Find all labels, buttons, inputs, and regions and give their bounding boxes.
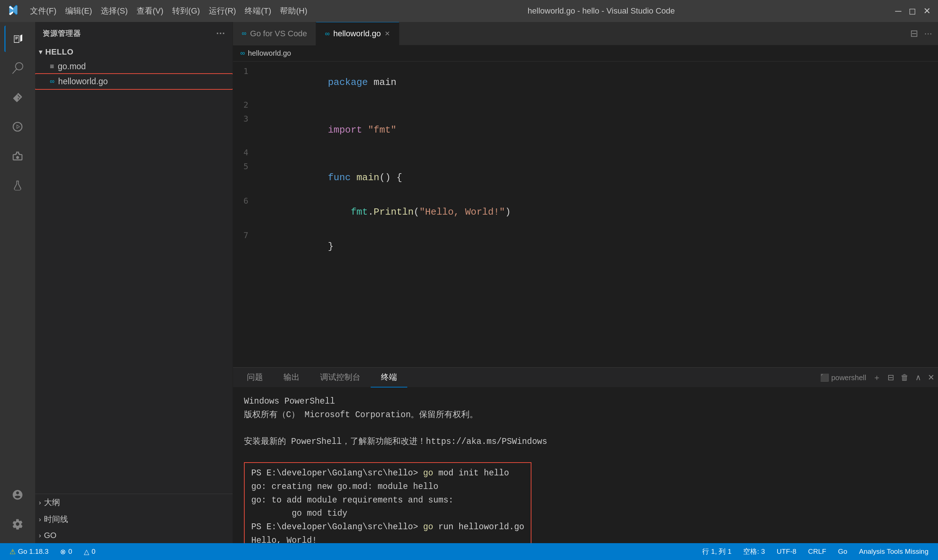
panel-tabs: 问题 输出 调试控制台 终端 ⬛ powershell ＋ ⊟ 🗑 ∧ ✕ — [233, 368, 938, 388]
activity-item-search[interactable] — [5, 55, 31, 81]
kill-terminal-button[interactable]: 🗑 — [901, 373, 909, 382]
terminal-content[interactable]: Windows PowerShell 版权所有（C） Microsoft Cor… — [233, 388, 938, 543]
sidebar-item-outline[interactable]: › 大纲 — [35, 494, 232, 511]
go-label: GO — [44, 531, 56, 540]
menu-edit[interactable]: 编辑(E) — [65, 6, 92, 17]
window-controls[interactable]: ─ ◻ ✕ — [895, 6, 931, 16]
code-line-5: 5 func main() { — [233, 160, 938, 195]
closing-brace: } — [328, 241, 334, 252]
close-panel-button[interactable]: ✕ — [928, 373, 934, 382]
status-go-version[interactable]: ⚠ Go 1.18.3 — [7, 547, 51, 557]
line-content: fmt.Println("Hello, World!") — [259, 195, 511, 229]
maximize-button[interactable]: ◻ — [909, 6, 916, 16]
chevron-right-icon: › — [39, 516, 41, 523]
code-line-1: 1 package main — [233, 65, 938, 100]
activity-bar-bottom — [5, 482, 31, 537]
encoding-label: UTF-8 — [777, 548, 796, 555]
string-hello: "Hello, World!" — [419, 206, 505, 218]
terminal-line: PS E:\developer\Golang\src\hello> go mod… — [251, 467, 524, 480]
line-number: 2 — [233, 100, 259, 109]
sidebar-header: 资源管理器 ··· — [35, 22, 232, 45]
file-tree: ▾ HELLO ≡ go.mod ∞ helloworld.go — [35, 45, 232, 494]
tab-close-button[interactable]: ✕ — [384, 30, 390, 38]
panel-actions: ⬛ powershell ＋ ⊟ 🗑 ∧ ✕ — [820, 372, 934, 383]
tree-section-hello[interactable]: ▾ HELLO — [35, 45, 232, 59]
sidebar-item-go[interactable]: › GO — [35, 528, 232, 543]
menu-terminal[interactable]: 终端(T) — [244, 6, 271, 17]
status-errors[interactable]: ⊗ 0 — [58, 547, 74, 557]
func-parens: () { — [380, 172, 402, 183]
sidebar-item-timeline[interactable]: › 时间线 — [35, 511, 232, 528]
split-terminal-button[interactable]: ⊟ — [887, 373, 894, 382]
code-line-6: 6 fmt.Println("Hello, World!") — [233, 195, 938, 229]
line-number: 4 — [233, 148, 259, 157]
code-line-4: 4 — [233, 147, 938, 160]
line-col-label: 行 1, 列 1 — [702, 547, 732, 556]
status-bar-left: ⚠ Go 1.18.3 ⊗ 0 △ 0 — [7, 547, 98, 557]
menu-run[interactable]: 运行(R) — [209, 6, 236, 17]
menu-bar[interactable]: 文件(F) 编辑(E) 选择(S) 查看(V) 转到(G) 运行(R) 终端(T… — [30, 6, 307, 17]
go-icon: ∞ — [242, 30, 246, 37]
activity-item-account[interactable] — [5, 482, 31, 508]
error-count: 0 — [68, 548, 72, 555]
tab-go-for-vscode[interactable]: ∞ Go for VS Code — [233, 22, 316, 45]
status-line-col[interactable]: 行 1, 列 1 — [700, 546, 733, 557]
activity-item-explorer[interactable] — [5, 26, 31, 52]
more-actions-button[interactable]: ··· — [924, 28, 932, 39]
eol-label: CRLF — [808, 548, 826, 555]
tree-item-gomod[interactable]: ≡ go.mod — [35, 59, 232, 74]
status-eol[interactable]: CRLF — [806, 547, 829, 556]
close-paren: ) — [505, 206, 511, 218]
tree-item-helloworld[interactable]: ∞ helloworld.go — [35, 74, 232, 89]
panel-tab-problems[interactable]: 问题 — [237, 368, 273, 388]
status-encoding[interactable]: UTF-8 — [774, 547, 798, 556]
panel-tab-terminal[interactable]: 终端 — [371, 368, 407, 388]
go-icon: ∞ — [325, 30, 330, 38]
menu-select[interactable]: 选择(S) — [101, 6, 128, 17]
activity-item-run[interactable] — [5, 114, 31, 140]
minimize-button[interactable]: ─ — [895, 6, 901, 16]
shell-label: ⬛ powershell — [820, 373, 866, 382]
warning-icon: ⚠ — [9, 548, 16, 556]
terminal-line: go: to add module requirements and sums: — [251, 494, 524, 507]
sidebar-more-button[interactable]: ··· — [216, 28, 225, 39]
sidebar-title: 资源管理器 — [43, 29, 81, 38]
add-terminal-button[interactable]: ＋ — [873, 372, 881, 383]
sidebar: 资源管理器 ··· ▾ HELLO ≡ go.mod ∞ helloworld.… — [35, 22, 233, 543]
chevron-down-icon: ▾ — [39, 48, 43, 56]
terminal-line — [244, 449, 927, 462]
pkg-fmt: fmt — [351, 206, 368, 218]
tree-item-label: helloworld.go — [58, 77, 108, 86]
tab-helloworld[interactable]: ∞ helloworld.go ✕ — [316, 22, 399, 45]
titlebar: 文件(F) 编辑(E) 选择(S) 查看(V) 转到(G) 运行(R) 终端(T… — [0, 0, 938, 22]
code-line-3: 3 import "fmt" — [233, 113, 938, 147]
activity-item-git[interactable] — [5, 84, 31, 111]
menu-file[interactable]: 文件(F) — [30, 6, 56, 17]
tab-bar: ∞ Go for VS Code ∞ helloworld.go ✕ ⊟ ··· — [233, 22, 938, 45]
dot: . — [368, 206, 374, 218]
panel-tab-output[interactable]: 输出 — [273, 368, 310, 388]
activity-item-flask[interactable] — [5, 172, 31, 198]
status-language[interactable]: Go — [836, 547, 849, 556]
breadcrumb: ∞ helloworld.go — [233, 45, 938, 62]
status-indent[interactable]: 空格: 3 — [741, 546, 767, 557]
func-println: Println — [374, 206, 414, 218]
keyword-main: main — [374, 77, 396, 88]
menu-help[interactable]: 帮助(H) — [280, 6, 307, 17]
chevron-up-icon[interactable]: ∧ — [915, 373, 921, 382]
line-content: func main() { — [259, 161, 402, 194]
split-editor-button[interactable]: ⊟ — [910, 28, 918, 39]
vscode-logo-icon — [7, 4, 19, 18]
indent — [328, 206, 351, 218]
line-number: 3 — [233, 114, 259, 123]
activity-item-extensions[interactable] — [5, 143, 31, 169]
panel-tab-debug[interactable]: 调试控制台 — [310, 368, 371, 388]
status-analysis[interactable]: Analysis Tools Missing — [857, 547, 931, 556]
close-button[interactable]: ✕ — [923, 6, 931, 16]
menu-goto[interactable]: 转到(G) — [172, 6, 200, 17]
activity-item-settings[interactable] — [5, 511, 31, 537]
status-warnings[interactable]: △ 0 — [81, 547, 98, 557]
menu-view[interactable]: 查看(V) — [137, 6, 163, 17]
code-editor[interactable]: 1 package main 2 3 import "fmt" — [233, 62, 938, 367]
go-file-breadcrumb-icon: ∞ — [240, 49, 245, 57]
